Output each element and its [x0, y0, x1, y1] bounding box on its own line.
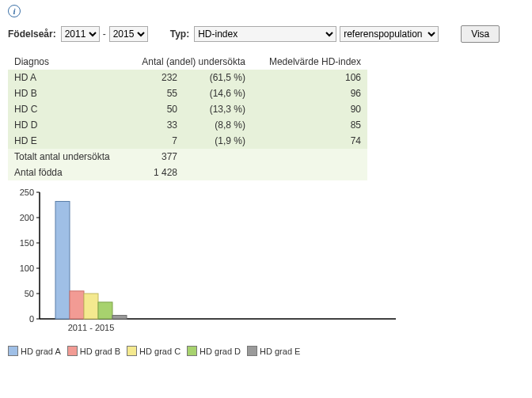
info-icon[interactable]: i — [8, 5, 21, 17]
legend-label: HD grad C — [139, 347, 180, 356]
results-table: Diagnos Antal (andel) undersökta Medelvä… — [8, 54, 367, 180]
cell-count: 33 — [124, 117, 184, 133]
legend-swatch — [67, 346, 78, 356]
svg-text:2011 - 2015: 2011 - 2015 — [68, 323, 115, 332]
bar — [84, 294, 98, 319]
bar — [70, 291, 84, 319]
chart: 0501001502002502011 - 2015 HD grad AHD g… — [8, 188, 524, 356]
cell-mean: 74 — [252, 133, 367, 149]
legend-item: HD grad D — [187, 346, 241, 356]
svg-text:0: 0 — [29, 314, 34, 324]
cell-label: HD D — [8, 117, 124, 133]
legend-swatch — [127, 346, 137, 356]
legend-item: HD grad A — [8, 346, 61, 356]
year-to-select[interactable]: 2015 — [109, 26, 148, 42]
cell-label: HD C — [8, 101, 124, 117]
cell-pct: (8,8 %) — [184, 117, 252, 133]
cell-pct: (61,5 %) — [184, 70, 252, 85]
table-row: HD C50(13,3 %)90 — [8, 101, 367, 117]
cell-mean: 90 — [252, 101, 367, 117]
legend-label: HD grad E — [260, 347, 300, 356]
cell-value: 377 — [124, 149, 184, 165]
legend-label: HD grad D — [200, 347, 241, 356]
col-diagnosis: Diagnos — [8, 54, 124, 70]
cell-count: 232 — [124, 70, 184, 85]
cell-label: HD E — [8, 133, 124, 149]
table-row: HD D33(8,8 %)85 — [8, 117, 367, 133]
svg-text:200: 200 — [20, 213, 34, 222]
table-row: HD E7(1,9 %)74 — [8, 133, 367, 149]
type-label: Typ: — [170, 28, 189, 40]
svg-text:100: 100 — [20, 263, 34, 273]
cell-label: HD B — [8, 85, 124, 101]
show-button[interactable]: Visa — [461, 25, 500, 43]
legend-swatch — [8, 346, 18, 356]
legend-item: HD grad E — [247, 346, 300, 356]
bar — [55, 202, 70, 319]
table-row: HD B55(14,6 %)96 — [8, 85, 367, 101]
cell-label: HD A — [8, 70, 124, 85]
year-from-select[interactable]: 2011 — [61, 26, 100, 42]
cell-pct: (14,6 %) — [184, 85, 252, 101]
cell-count: 7 — [124, 133, 184, 149]
year-separator: - — [103, 28, 106, 40]
cell-count: 55 — [124, 85, 184, 101]
bar — [98, 302, 112, 319]
cell-label: Totalt antal undersökta — [8, 149, 124, 165]
birthyear-label: Födelseår: — [8, 28, 56, 40]
bar — [112, 316, 127, 319]
population-select[interactable]: referenspopulation — [340, 26, 439, 42]
cell-mean: 96 — [252, 85, 367, 101]
legend-label: HD grad B — [80, 347, 120, 356]
cell-mean: 106 — [252, 70, 367, 85]
legend-swatch — [247, 346, 257, 356]
col-mean: Medelvärde HD-index — [252, 54, 367, 70]
col-count: Antal (andel) undersökta — [124, 54, 252, 70]
legend-swatch — [187, 346, 197, 356]
legend-item: HD grad B — [67, 346, 120, 356]
legend-item: HD grad C — [127, 346, 180, 356]
table-row: Antal födda1 428 — [8, 165, 367, 180]
cell-value: 1 428 — [124, 165, 184, 180]
controls-bar: Födelseår: 2011 - 2015 Typ: HD-index ref… — [8, 25, 524, 43]
svg-text:250: 250 — [20, 188, 34, 197]
cell-pct: (13,3 %) — [184, 101, 252, 117]
svg-text:50: 50 — [25, 289, 34, 298]
cell-pct: (1,9 %) — [184, 133, 252, 149]
cell-count: 50 — [124, 101, 184, 117]
chart-legend: HD grad AHD grad BHD grad CHD grad DHD g… — [8, 346, 524, 356]
cell-label: Antal födda — [8, 165, 124, 180]
legend-label: HD grad A — [21, 347, 61, 356]
type-select[interactable]: HD-index — [194, 26, 336, 42]
svg-text:150: 150 — [20, 238, 34, 248]
table-row: HD A232(61,5 %)106 — [8, 70, 367, 85]
table-row: Totalt antal undersökta377 — [8, 149, 367, 165]
cell-mean: 85 — [252, 117, 367, 133]
